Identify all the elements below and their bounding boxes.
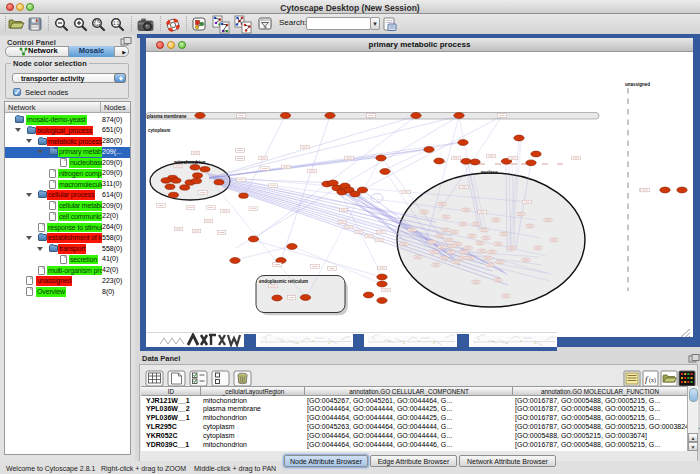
svg-text:nucleus: nucleus: [481, 170, 499, 175]
svg-text:mitochondrion: mitochondrion: [174, 160, 206, 165]
svg-text:unassigned: unassigned: [625, 82, 650, 87]
svg-text:plasma membrane: plasma membrane: [147, 114, 187, 119]
svg-text:cytoplasm: cytoplasm: [148, 128, 170, 133]
svg-text:endoplasmic reticulum: endoplasmic reticulum: [259, 279, 308, 284]
svg-text:1:1: 1:1: [113, 21, 120, 26]
svg-text:(x): (x): [649, 377, 656, 384]
